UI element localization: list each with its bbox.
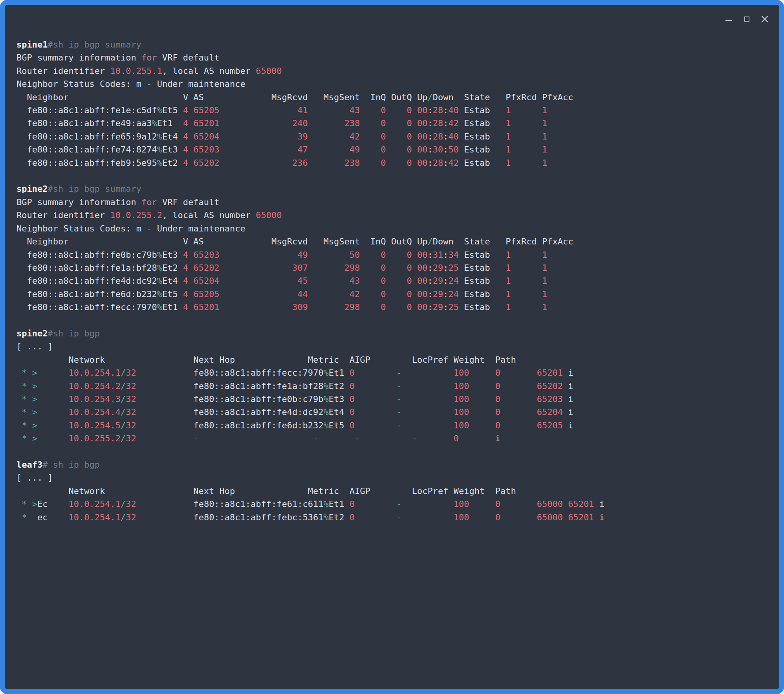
terminal-line: [ ... ] bbox=[16, 340, 770, 353]
terminal-line: * ec 10.0.254.1/32 fe80::a8c1:abff:febc:… bbox=[16, 511, 770, 524]
minimize-icon bbox=[725, 20, 732, 21]
terminal-line: Router identifier 10.0.255.2, local AS n… bbox=[16, 209, 770, 222]
app-window: × spine1#sh ip bgp summaryBGP summary in… bbox=[0, 0, 784, 694]
terminal-line: Neighbor V AS MsgRcvd MsgSent InQ OutQ U… bbox=[16, 91, 770, 104]
terminal-line: spine1#sh ip bgp summary bbox=[16, 38, 770, 51]
terminal-output[interactable]: spine1#sh ip bgp summaryBGP summary info… bbox=[5, 28, 779, 689]
terminal-line bbox=[16, 445, 770, 458]
terminal-line: fe80::a8c1:abff:fe49:aa3%Et1 4 65201 240… bbox=[16, 117, 770, 130]
close-icon: × bbox=[760, 15, 769, 23]
terminal-line: fe80::a8c1:abff:fe4d:dc92%Et4 4 65204 45… bbox=[16, 274, 770, 287]
terminal-line: * > 10.0.254.3/32 fe80::a8c1:abff:fe0b:c… bbox=[16, 393, 770, 406]
terminal-line: Neighbor Status Codes: m - Under mainten… bbox=[16, 77, 770, 90]
terminal-line bbox=[16, 314, 770, 327]
close-button[interactable]: × bbox=[760, 15, 769, 23]
maximize-icon bbox=[744, 17, 749, 22]
maximize-button[interactable] bbox=[742, 15, 751, 23]
terminal-line: fe80::a8c1:abff:fecc:7970%Et1 4 65201 30… bbox=[16, 301, 770, 314]
terminal-line: BGP summary information for VRF default bbox=[16, 51, 770, 64]
terminal-line: fe80::a8c1:abff:fe0b:c79b%Et3 4 65203 49… bbox=[16, 248, 770, 261]
terminal-line: * > 10.0.254.5/32 fe80::a8c1:abff:fe6d:b… bbox=[16, 419, 770, 432]
terminal-line: Neighbor Status Codes: m - Under mainten… bbox=[16, 222, 770, 235]
terminal-line bbox=[16, 169, 770, 182]
minimize-button[interactable] bbox=[724, 15, 733, 23]
terminal-line: * > 10.0.254.2/32 fe80::a8c1:abff:fe1a:b… bbox=[16, 380, 770, 393]
terminal-line: * > 10.0.254.1/32 fe80::a8c1:abff:fecc:7… bbox=[16, 366, 770, 379]
terminal-line: BGP summary information for VRF default bbox=[16, 196, 770, 209]
terminal-line: fe80::a8c1:abff:fe1e:c5df%Et5 4 65205 41… bbox=[16, 104, 770, 117]
window-controls: × bbox=[724, 15, 769, 23]
terminal-line: fe80::a8c1:abff:feb9:5e95%Et2 4 65202 23… bbox=[16, 156, 770, 169]
terminal-line: fe80::a8c1:abff:fe74:8274%Et3 4 65203 47… bbox=[16, 143, 770, 156]
terminal-line: Network Next Hop Metric AIGP LocPref Wei… bbox=[16, 485, 770, 498]
terminal-line: leaf3# sh ip bgp bbox=[16, 458, 770, 471]
terminal-line: [ ... ] bbox=[16, 471, 770, 484]
terminal-line: fe80::a8c1:abff:fe6d:b232%Et5 4 65205 44… bbox=[16, 288, 770, 301]
terminal-line: * >Ec 10.0.254.1/32 fe80::a8c1:abff:fe61… bbox=[16, 498, 770, 510]
terminal-line: spine2#sh ip bgp bbox=[16, 327, 770, 340]
terminal-window: × spine1#sh ip bgp summaryBGP summary in… bbox=[5, 5, 779, 689]
terminal-line: * > 10.0.254.4/32 fe80::a8c1:abff:fe4d:d… bbox=[16, 406, 770, 419]
terminal-line: Network Next Hop Metric AIGP LocPref Wei… bbox=[16, 353, 770, 366]
terminal-line: fe80::a8c1:abff:fe1a:bf28%Et2 4 65202 30… bbox=[16, 261, 770, 274]
terminal-line: fe80::a8c1:abff:fe65:9a12%Et4 4 65204 39… bbox=[16, 130, 770, 143]
terminal-line: * > 10.0.255.2/32 - - - - 0 i bbox=[16, 432, 770, 445]
terminal-line: Router identifier 10.0.255.1, local AS n… bbox=[16, 64, 770, 77]
titlebar[interactable]: × bbox=[5, 5, 779, 28]
terminal-line: Neighbor V AS MsgRcvd MsgSent InQ OutQ U… bbox=[16, 235, 770, 248]
terminal-line: spine2#sh ip bgp summary bbox=[16, 182, 770, 195]
